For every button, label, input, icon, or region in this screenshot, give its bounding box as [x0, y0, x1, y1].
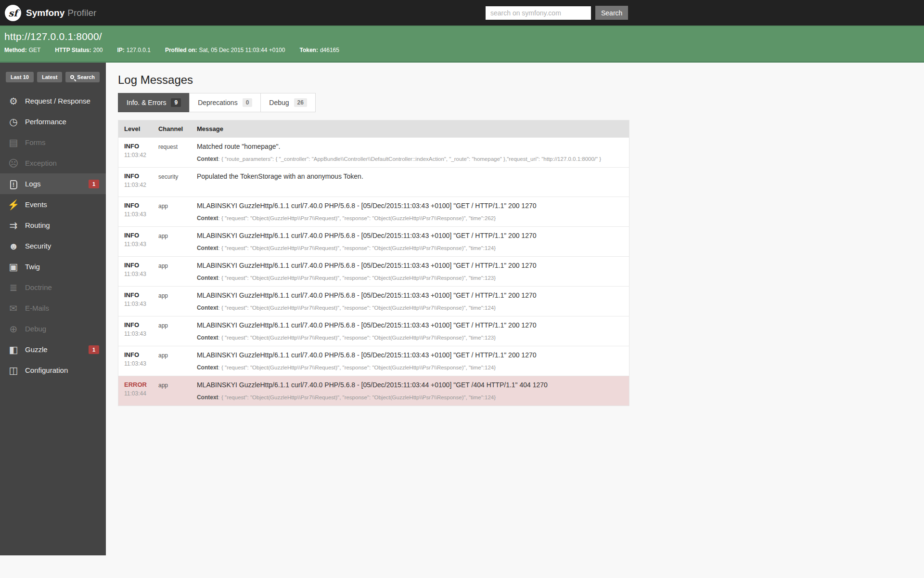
- sidebar-item-security[interactable]: ☻Security: [0, 236, 106, 256]
- sidebar-latest-button[interactable]: Latest: [37, 72, 62, 82]
- sidebar-item-label: Debug: [25, 325, 46, 333]
- tab-deprecations[interactable]: Deprecations0: [189, 93, 261, 112]
- signpost-icon: ⇉: [7, 221, 20, 230]
- clipboard-icon: ▤: [7, 138, 20, 147]
- sidebar-item-performance[interactable]: ◷Performance: [0, 111, 106, 132]
- sidebar-item-events[interactable]: ⚡Events: [0, 194, 106, 215]
- symfony-logo-icon[interactable]: sf: [5, 5, 21, 21]
- sidebar-item-label: Exception: [25, 159, 57, 167]
- log-channel: app: [158, 291, 185, 299]
- log-message: Populated the TokenStorage with an anony…: [197, 172, 623, 181]
- log-context-body: : { "request": "Object(GuzzleHttp\\Psr7\…: [218, 245, 496, 251]
- log-row: INFO11:03:43appMLABINSKYI GuzzleHttp/6.1…: [118, 197, 629, 227]
- log-row: INFO11:03:42requestMatched route "homepa…: [118, 138, 629, 168]
- sidebar-item-configuration[interactable]: ◫Configuration: [0, 360, 106, 381]
- main-panel: Log Messages Info. & Errors9Deprecations…: [106, 63, 924, 406]
- tab-count-badge: 26: [294, 98, 307, 107]
- search-button[interactable]: Search: [595, 6, 628, 20]
- log-row: ERROR11:03:44appMLABINSKYI GuzzleHttp/6.…: [118, 376, 629, 406]
- log-channel: request: [158, 143, 185, 150]
- sidebar-item-exception[interactable]: ☹Exception: [0, 153, 106, 173]
- gas-pump-icon: ◧: [7, 345, 20, 355]
- sidebar-item-logs[interactable]: !Logs1: [0, 173, 106, 194]
- sidebar-item-guzzle[interactable]: ◧Guzzle1: [0, 339, 106, 360]
- log-time: 11:03:43: [124, 271, 147, 277]
- log-level: INFO: [124, 262, 147, 269]
- log-level-cell: INFO11:03:43: [118, 257, 153, 287]
- log-channel: app: [158, 381, 185, 389]
- sidebar-last-10-button[interactable]: Last 10: [6, 72, 34, 82]
- log-message: MLABINSKYI GuzzleHttp/6.1.1 curl/7.40.0 …: [197, 262, 623, 270]
- meta-label: HTTP Status:: [55, 47, 91, 53]
- log-channel: app: [158, 262, 185, 269]
- sidebar-item-label: Performance: [25, 118, 66, 126]
- log-message-cell: MLABINSKYI GuzzleHttp/6.1.1 curl/7.40.0 …: [191, 197, 629, 227]
- log-channel-cell: app: [153, 227, 191, 257]
- log-row: INFO11:03:43appMLABINSKYI GuzzleHttp/6.1…: [118, 346, 629, 376]
- sidebar-item-label: Logs: [25, 180, 41, 188]
- sidebar-item-badge: 1: [89, 180, 99, 188]
- request-meta-item: HTTP Status:200: [55, 47, 103, 53]
- log-context-body: : { "request": "Object(GuzzleHttp\\Psr7\…: [218, 305, 496, 311]
- log-context-label: Context: [197, 156, 218, 162]
- log-message: MLABINSKYI GuzzleHttp/6.1.1 curl/7.40.0 …: [197, 202, 623, 210]
- meta-label: IP:: [117, 47, 124, 53]
- log-time: 11:03:42: [124, 152, 147, 158]
- sidebar-item-label: Forms: [25, 138, 46, 146]
- log-level-cell: INFO11:03:43: [118, 346, 153, 376]
- sidebar-item-debug[interactable]: ⊕Debug: [0, 318, 106, 339]
- tab-debug[interactable]: Debug26: [260, 93, 316, 112]
- search-input[interactable]: [486, 6, 591, 20]
- log-message: Matched route "homepage".: [197, 143, 623, 151]
- sidebar-item-forms[interactable]: ▤Forms: [0, 132, 106, 153]
- log-context-label: Context: [197, 245, 218, 251]
- sidebar-item-badge: 1: [89, 345, 99, 354]
- sidebar-item-routing[interactable]: ⇉Routing: [0, 215, 106, 236]
- meta-value: GET: [29, 47, 41, 53]
- log-message-cell: MLABINSKYI GuzzleHttp/6.1.1 curl/7.40.0 …: [191, 346, 629, 376]
- sidebar-item-label: E-Mails: [25, 304, 49, 312]
- log-message-cell: Populated the TokenStorage with an anony…: [191, 168, 629, 197]
- sidebar-item-e-mails[interactable]: ✉E-Mails: [0, 298, 106, 318]
- request-meta: Method:GETHTTP Status:200IP:127.0.0.1Pro…: [4, 47, 924, 53]
- log-context-body: : { "request": "Object(GuzzleHttp\\Psr7\…: [218, 215, 496, 221]
- log-context-body: : { "request": "Object(GuzzleHttp\\Psr7\…: [218, 365, 496, 370]
- log-channel-cell: app: [153, 376, 191, 406]
- search-icon: [70, 75, 74, 79]
- tab-count-badge: 0: [243, 98, 253, 107]
- sidebar-search-button[interactable]: Search: [65, 72, 100, 82]
- log-context-body: : { "request": "Object(GuzzleHttp\\Psr7\…: [218, 394, 496, 400]
- log-context-label: Context: [197, 334, 218, 341]
- stopwatch-icon: ◷: [7, 117, 20, 127]
- sidebar-item-doctrine[interactable]: ≣Doctrine: [0, 277, 106, 298]
- sidebar-item-label: Request / Response: [25, 97, 90, 105]
- sidebar-item-label: Configuration: [25, 366, 68, 374]
- sidebar-item-twig[interactable]: ▣Twig: [0, 256, 106, 277]
- log-message: MLABINSKYI GuzzleHttp/6.1.1 curl/7.40.0 …: [197, 351, 623, 360]
- log-context: Context: { "request": "Object(GuzzleHttp…: [197, 364, 623, 371]
- log-time: 11:03:44: [124, 390, 147, 397]
- meta-value: Sat, 05 Dec 2015 11:03:44 +0100: [199, 47, 285, 53]
- tab-label: Deprecations: [198, 99, 238, 106]
- log-context: Context: { "request": "Object(GuzzleHttp…: [197, 275, 623, 281]
- tab-info-errors[interactable]: Info. & Errors9: [118, 93, 190, 112]
- log-time: 11:03:42: [124, 182, 147, 188]
- log-context-body: : { "route_parameters": { "_controller":…: [218, 156, 602, 162]
- log-level-cell: INFO11:03:43: [118, 227, 153, 257]
- log-time: 11:03:43: [124, 360, 147, 367]
- log-message: MLABINSKYI GuzzleHttp/6.1.1 curl/7.40.0 …: [197, 381, 623, 390]
- sidebar-menu: ⚙Request / Response◷Performance▤Forms☹Ex…: [0, 91, 106, 381]
- sidebar-item-label: Security: [25, 242, 51, 250]
- log-message: MLABINSKYI GuzzleHttp/6.1.1 curl/7.40.0 …: [197, 232, 623, 240]
- request-meta-item: Method:GET: [4, 47, 40, 53]
- sidebar-buttons: Last 10LatestSearch: [0, 63, 106, 82]
- log-tabs: Info. & Errors9Deprecations0Debug26: [118, 93, 924, 112]
- log-level-cell: ERROR11:03:44: [118, 376, 153, 406]
- log-channel: security: [158, 172, 185, 180]
- log-channel: app: [158, 321, 185, 329]
- tab-label: Debug: [269, 99, 289, 106]
- log-context-label: Context: [197, 215, 218, 222]
- column-header-channel: Channel: [153, 120, 191, 138]
- sidebar-item-request-response[interactable]: ⚙Request / Response: [0, 91, 106, 111]
- log-time: 11:03:43: [124, 301, 147, 307]
